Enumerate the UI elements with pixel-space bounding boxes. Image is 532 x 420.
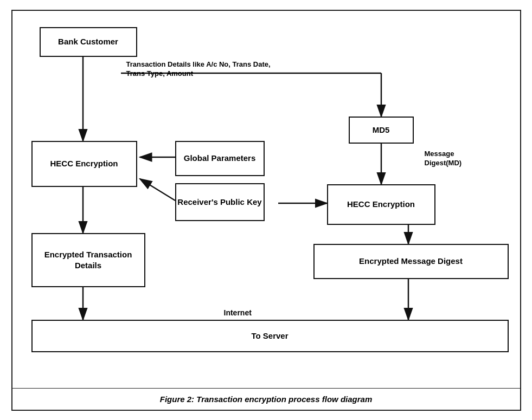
md5-box: MD5	[349, 117, 414, 144]
transaction-details-label: Transaction Details like A/c No, Trans D…	[126, 60, 278, 79]
message-digest-label: Message Digest(MD)	[425, 149, 490, 168]
encrypted-transaction-box: Encrypted Transaction Details	[31, 233, 145, 287]
encrypted-message-digest-box: Encrypted Message Digest	[313, 244, 509, 279]
caption-text: Figure 2: Transaction encryption process…	[160, 395, 372, 404]
diagram-container: Bank Customer MD5 HECC Encryption Global…	[11, 10, 521, 411]
diagram-area: Bank Customer MD5 HECC Encryption Global…	[12, 11, 520, 388]
to-server-box: To Server	[31, 320, 509, 352]
caption-area: Figure 2: Transaction encryption process…	[12, 388, 520, 410]
receivers-public-key-box: Receiver's Public Key	[175, 183, 265, 221]
svg-line-4	[140, 179, 175, 201]
hecc-encryption-left-box: HECC Encryption	[31, 141, 137, 187]
internet-label: Internet	[224, 308, 252, 318]
global-parameters-box: Global Parameters	[175, 141, 265, 176]
bank-customer-box: Bank Customer	[40, 27, 137, 57]
hecc-encryption-right-box: HECC Encryption	[327, 184, 435, 225]
